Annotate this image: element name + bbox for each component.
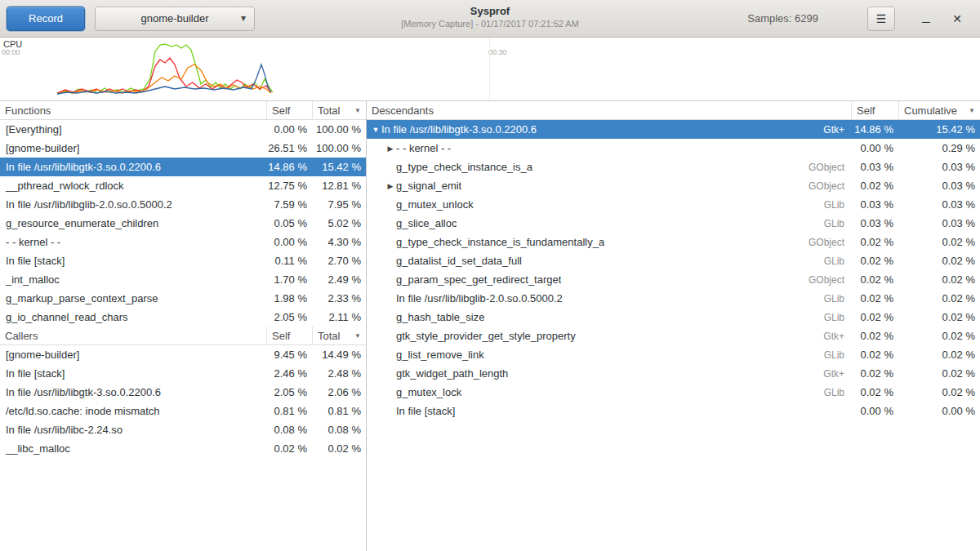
column-header-total[interactable]: Total ▼ (312, 101, 366, 120)
column-header-callers-total[interactable]: Total ▼ (312, 327, 366, 345)
library-tag: Gtk+ (823, 368, 851, 380)
caller-row[interactable]: In file [stack] 2.46 % 2.48 % (0, 364, 366, 383)
function-row[interactable]: - - kernel - - 0.00 % 4.30 % (0, 233, 366, 251)
caller-name: In file [stack] (0, 367, 266, 380)
caller-self-percent: 9.45 % (266, 349, 312, 361)
function-self-percent: 0.05 % (266, 217, 312, 229)
function-row[interactable]: In file /usr/lib/libgtk-3.so.0.2200.6 14… (0, 158, 366, 176)
function-total-percent: 2.70 % (312, 255, 366, 267)
descendant-row[interactable]: g_list_remove_link GLib 0.02 % 0.02 % (367, 345, 980, 364)
descendant-row[interactable]: g_hash_table_size GLib 0.02 % 0.02 % (367, 308, 980, 327)
library-tag: GObject (808, 180, 851, 192)
callers-table-body: [gnome-builder] 9.45 % 14.49 % In file [… (0, 345, 366, 458)
samples-count: Samples: 6299 (747, 12, 818, 24)
minimize-button[interactable] (916, 9, 936, 29)
header-right-controls: Samples: 6299 ☰ ✕ (747, 7, 980, 31)
caller-row[interactable]: In file /usr/lib/libgtk-3.so.0.2200.6 2.… (0, 383, 366, 402)
function-self-percent: 1.70 % (266, 273, 312, 286)
column-header-descendants-self[interactable]: Self (851, 101, 898, 120)
descendant-name: g_slice_alloc (396, 217, 457, 229)
function-row[interactable]: g_io_channel_read_chars 2.05 % 2.11 % (0, 308, 366, 327)
descendant-cumulative-percent: 0.02 % (898, 330, 980, 342)
descendant-row[interactable]: g_datalist_id_set_data_full GLib 0.02 % … (367, 251, 980, 270)
column-header-cumulative[interactable]: Cumulative ▼ (898, 101, 980, 120)
close-button[interactable]: ✕ (947, 9, 967, 29)
callers-table-header: Callers Self Total ▼ (0, 327, 366, 345)
expander-icon[interactable]: ▼ (370, 126, 381, 134)
function-row[interactable]: g_resource_enumerate_children 0.05 % 5.0… (0, 214, 366, 233)
caller-total-percent: 0.81 % (312, 405, 366, 417)
caller-row[interactable]: /etc/ld.so.cache: inode mismatch 0.81 % … (0, 402, 366, 420)
process-selector-dropdown[interactable]: gnome-builder ▾ (95, 7, 255, 31)
function-row[interactable]: [Everything] 0.00 % 100.00 % (0, 120, 366, 139)
descendant-name: g_param_spec_get_redirect_target (396, 273, 561, 286)
caller-row[interactable]: In file /usr/lib/libc-2.24.so 0.08 % 0.0… (0, 420, 366, 439)
cpu-timeline[interactable]: CPU 00:00 00:30 (0, 38, 980, 101)
descendants-pane: Descendants Self Cumulative ▼ ▼ In file … (367, 101, 980, 551)
descendant-name: gtk_style_provider_get_style_property (396, 330, 576, 342)
function-self-percent: 0.00 % (266, 236, 312, 248)
library-tag: GLib (824, 256, 851, 267)
descendant-self-percent: 0.00 % (851, 142, 898, 154)
descendant-row[interactable]: g_type_check_instance_is_a GObject 0.03 … (367, 158, 980, 176)
sort-indicator-icon: ▼ (354, 327, 361, 345)
descendant-self-percent: 0.02 % (851, 349, 898, 361)
descendant-row[interactable]: g_param_spec_get_redirect_target GObject… (367, 270, 980, 289)
function-name: g_markup_parse_context_parse (0, 292, 266, 304)
library-tag: GLib (824, 312, 851, 323)
function-row[interactable]: In file /usr/lib/libglib-2.0.so.0.5000.2… (0, 195, 366, 214)
functions-table-header: Functions Self Total ▼ (0, 101, 366, 120)
column-header-callers[interactable]: Callers (0, 327, 266, 345)
descendant-self-percent: 0.02 % (851, 292, 898, 304)
descendant-row[interactable]: ▼ In file /usr/lib/libgtk-3.so.0.2200.6 … (367, 120, 980, 139)
caller-self-percent: 0.81 % (266, 405, 312, 417)
descendant-row[interactable]: g_type_check_instance_is_fundamentally_a… (367, 233, 980, 251)
descendant-row[interactable]: In file [stack] 0.00 % 0.00 % (367, 402, 980, 420)
descendant-row[interactable]: gtk_style_provider_get_style_property Gt… (367, 327, 980, 345)
function-self-percent: 12.75 % (266, 180, 312, 192)
function-row[interactable]: g_markup_parse_context_parse 1.98 % 2.33… (0, 289, 366, 308)
descendant-row[interactable]: g_mutex_lock GLib 0.02 % 0.02 % (367, 383, 980, 402)
descendant-row[interactable]: ▶ - - kernel - - 0.00 % 0.29 % (367, 139, 980, 158)
function-self-percent: 14.86 % (266, 161, 312, 173)
menu-button[interactable]: ☰ (867, 7, 895, 31)
function-name: In file [stack] (0, 255, 266, 267)
column-header-descendants[interactable]: Descendants (367, 101, 851, 120)
record-button[interactable]: Record (7, 7, 85, 31)
function-total-percent: 12.81 % (312, 180, 366, 192)
descendant-row[interactable]: g_mutex_unlock GLib 0.03 % 0.03 % (367, 195, 980, 214)
caller-self-percent: 2.05 % (266, 386, 312, 398)
descendant-name: g_type_check_instance_is_a (396, 161, 532, 173)
function-self-percent: 26.51 % (266, 142, 312, 154)
caller-total-percent: 2.06 % (312, 386, 366, 398)
descendant-row[interactable]: gtk_widget_path_length Gtk+ 0.02 % 0.02 … (367, 364, 980, 383)
column-label-cumulative: Cumulative (904, 101, 967, 120)
function-total-percent: 4.30 % (312, 236, 366, 248)
function-row[interactable]: __pthread_rwlock_rdlock 12.75 % 12.81 % (0, 176, 366, 195)
descendant-name: g_mutex_lock (396, 386, 461, 398)
column-header-callers-self[interactable]: Self (266, 327, 312, 345)
function-self-percent: 0.11 % (266, 255, 312, 267)
caller-row[interactable]: [gnome-builder] 9.45 % 14.49 % (0, 345, 366, 364)
descendant-cumulative-percent: 0.03 % (898, 161, 980, 173)
caller-self-percent: 0.02 % (266, 442, 312, 455)
descendant-cumulative-percent: 0.03 % (898, 217, 980, 229)
hamburger-icon: ☰ (876, 12, 887, 25)
descendant-cumulative-percent: 0.02 % (898, 292, 980, 304)
function-row[interactable]: [gnome-builder] 26.51 % 100.00 % (0, 139, 366, 158)
function-row[interactable]: _int_malloc 1.70 % 2.49 % (0, 270, 366, 289)
descendant-row[interactable]: g_slice_alloc GLib 0.03 % 0.03 % (367, 214, 980, 233)
expander-icon[interactable]: ▶ (385, 182, 396, 190)
descendant-row[interactable]: ▶ g_signal_emit GObject 0.02 % 0.03 % (367, 176, 980, 195)
expander-icon[interactable]: ▶ (385, 144, 396, 153)
descendant-row[interactable]: In file /usr/lib/libglib-2.0.so.0.5000.2… (367, 289, 980, 308)
main-content: Functions Self Total ▼ [Everything] 0.00… (0, 101, 980, 551)
column-header-functions[interactable]: Functions (0, 101, 266, 120)
library-tag: Gtk+ (823, 124, 851, 136)
caller-row[interactable]: __libc_malloc 0.02 % 0.02 % (0, 439, 366, 458)
descendant-name: In file /usr/lib/libglib-2.0.so.0.5000.2 (396, 292, 563, 304)
function-row[interactable]: In file [stack] 0.11 % 2.70 % (0, 251, 366, 270)
descendant-cumulative-percent: 0.03 % (898, 180, 980, 192)
descendant-name: g_list_remove_link (396, 349, 484, 361)
column-header-self[interactable]: Self (266, 101, 312, 120)
